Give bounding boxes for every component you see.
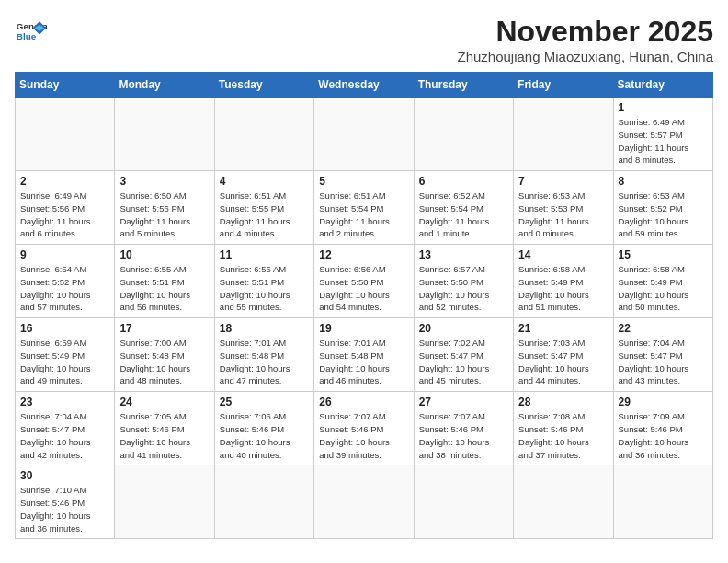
- day-info: Sunrise: 6:56 AM Sunset: 5:51 PM Dayligh…: [220, 263, 309, 314]
- day-cell: [16, 98, 115, 171]
- day-info: Sunrise: 6:51 AM Sunset: 5:55 PM Dayligh…: [220, 190, 309, 240]
- day-number: 11: [220, 248, 309, 261]
- day-info: Sunrise: 7:04 AM Sunset: 5:47 PM Dayligh…: [20, 410, 109, 461]
- day-info: Sunrise: 6:53 AM Sunset: 5:53 PM Dayligh…: [518, 190, 608, 240]
- day-info: Sunrise: 6:58 AM Sunset: 5:49 PM Dayligh…: [518, 263, 608, 314]
- day-info: Sunrise: 6:49 AM Sunset: 5:56 PM Dayligh…: [20, 190, 109, 240]
- weekday-header-monday: Monday: [115, 73, 214, 98]
- day-cell: 16Sunrise: 6:59 AM Sunset: 5:49 PM Dayli…: [16, 318, 115, 392]
- day-cell: 30Sunrise: 7:10 AM Sunset: 5:46 PM Dayli…: [16, 465, 115, 539]
- day-cell: [514, 465, 613, 539]
- day-cell: 20Sunrise: 7:02 AM Sunset: 5:47 PM Dayli…: [414, 318, 513, 392]
- day-cell: 21Sunrise: 7:03 AM Sunset: 5:47 PM Dayli…: [514, 318, 613, 392]
- day-cell: 4Sunrise: 6:51 AM Sunset: 5:55 PM Daylig…: [214, 171, 313, 245]
- day-number: 13: [419, 248, 508, 261]
- day-info: Sunrise: 7:09 AM Sunset: 5:46 PM Dayligh…: [619, 410, 708, 461]
- week-row-2: 9Sunrise: 6:54 AM Sunset: 5:52 PM Daylig…: [16, 245, 713, 318]
- day-cell: [414, 465, 513, 539]
- day-number: 17: [119, 322, 209, 335]
- day-number: 1: [619, 101, 708, 114]
- day-info: Sunrise: 7:07 AM Sunset: 5:46 PM Dayligh…: [319, 410, 408, 461]
- day-cell: 14Sunrise: 6:58 AM Sunset: 5:49 PM Dayli…: [514, 245, 613, 318]
- day-cell: [115, 98, 214, 171]
- week-row-4: 23Sunrise: 7:04 AM Sunset: 5:47 PM Dayli…: [16, 392, 713, 465]
- month-title: November 2025: [457, 15, 713, 49]
- day-cell: 8Sunrise: 6:53 AM Sunset: 5:52 PM Daylig…: [613, 171, 712, 245]
- weekday-header-sunday: Sunday: [16, 73, 115, 98]
- day-info: Sunrise: 6:59 AM Sunset: 5:49 PM Dayligh…: [20, 337, 109, 387]
- day-cell: [115, 465, 214, 539]
- day-info: Sunrise: 6:53 AM Sunset: 5:52 PM Dayligh…: [619, 190, 708, 240]
- day-info: Sunrise: 7:10 AM Sunset: 5:46 PM Dayligh…: [20, 484, 109, 534]
- day-number: 18: [220, 322, 309, 335]
- day-cell: 1Sunrise: 6:49 AM Sunset: 5:57 PM Daylig…: [613, 98, 712, 171]
- day-number: 16: [20, 322, 109, 335]
- location: Zhuzhoujiang Miaozuxiang, Hunan, China: [457, 49, 713, 64]
- day-cell: 27Sunrise: 7:07 AM Sunset: 5:46 PM Dayli…: [414, 392, 513, 465]
- day-number: 24: [119, 396, 209, 408]
- day-cell: 2Sunrise: 6:49 AM Sunset: 5:56 PM Daylig…: [16, 171, 115, 245]
- day-cell: 6Sunrise: 6:52 AM Sunset: 5:54 PM Daylig…: [414, 171, 513, 245]
- day-info: Sunrise: 6:51 AM Sunset: 5:54 PM Dayligh…: [319, 190, 408, 240]
- day-number: 20: [419, 322, 508, 335]
- day-info: Sunrise: 7:01 AM Sunset: 5:48 PM Dayligh…: [220, 337, 309, 387]
- day-number: 27: [419, 396, 508, 408]
- weekday-header-friday: Friday: [514, 73, 613, 98]
- week-row-0: 1Sunrise: 6:49 AM Sunset: 5:57 PM Daylig…: [16, 98, 713, 171]
- day-cell: 29Sunrise: 7:09 AM Sunset: 5:46 PM Dayli…: [613, 392, 712, 465]
- day-info: Sunrise: 6:58 AM Sunset: 5:49 PM Dayligh…: [619, 263, 708, 314]
- day-info: Sunrise: 6:55 AM Sunset: 5:51 PM Dayligh…: [119, 263, 209, 314]
- day-info: Sunrise: 7:01 AM Sunset: 5:48 PM Dayligh…: [319, 337, 408, 387]
- week-row-3: 16Sunrise: 6:59 AM Sunset: 5:49 PM Dayli…: [16, 318, 713, 392]
- week-row-5: 30Sunrise: 7:10 AM Sunset: 5:46 PM Dayli…: [16, 465, 713, 539]
- day-cell: [414, 98, 513, 171]
- weekday-header-thursday: Thursday: [414, 73, 513, 98]
- day-number: 19: [319, 322, 408, 335]
- day-number: 7: [518, 175, 608, 188]
- day-cell: 13Sunrise: 6:57 AM Sunset: 5:50 PM Dayli…: [414, 245, 513, 318]
- day-number: 10: [119, 248, 209, 261]
- weekday-header-row: SundayMondayTuesdayWednesdayThursdayFrid…: [16, 73, 713, 98]
- day-cell: [514, 98, 613, 171]
- day-cell: 28Sunrise: 7:08 AM Sunset: 5:46 PM Dayli…: [514, 392, 613, 465]
- day-info: Sunrise: 7:03 AM Sunset: 5:47 PM Dayligh…: [518, 337, 608, 387]
- day-number: 12: [319, 248, 408, 261]
- day-info: Sunrise: 6:54 AM Sunset: 5:52 PM Dayligh…: [20, 263, 109, 314]
- day-cell: 18Sunrise: 7:01 AM Sunset: 5:48 PM Dayli…: [214, 318, 313, 392]
- day-info: Sunrise: 6:49 AM Sunset: 5:57 PM Dayligh…: [619, 116, 708, 167]
- day-cell: [214, 465, 313, 539]
- day-number: 23: [20, 396, 109, 408]
- weekday-header-tuesday: Tuesday: [214, 73, 313, 98]
- day-cell: 12Sunrise: 6:56 AM Sunset: 5:50 PM Dayli…: [314, 245, 414, 318]
- day-cell: 19Sunrise: 7:01 AM Sunset: 5:48 PM Dayli…: [314, 318, 414, 392]
- day-cell: [314, 98, 414, 171]
- day-number: 26: [319, 396, 408, 408]
- day-number: 29: [619, 396, 708, 408]
- day-cell: 9Sunrise: 6:54 AM Sunset: 5:52 PM Daylig…: [16, 245, 115, 318]
- weekday-header-saturday: Saturday: [613, 73, 712, 98]
- day-number: 14: [518, 248, 608, 261]
- day-number: 5: [319, 175, 408, 188]
- day-cell: [214, 98, 313, 171]
- logo: General Blue: [15, 15, 48, 48]
- day-cell: 10Sunrise: 6:55 AM Sunset: 5:51 PM Dayli…: [115, 245, 214, 318]
- day-info: Sunrise: 6:56 AM Sunset: 5:50 PM Dayligh…: [319, 263, 408, 314]
- day-cell: 23Sunrise: 7:04 AM Sunset: 5:47 PM Dayli…: [16, 392, 115, 465]
- day-number: 21: [518, 322, 608, 335]
- day-cell: 15Sunrise: 6:58 AM Sunset: 5:49 PM Dayli…: [613, 245, 712, 318]
- day-cell: [314, 465, 414, 539]
- day-cell: 7Sunrise: 6:53 AM Sunset: 5:53 PM Daylig…: [514, 171, 613, 245]
- day-number: 2: [20, 175, 109, 188]
- page-header: General Blue November 2025 Zhuzhoujiang …: [15, 15, 713, 64]
- logo-icon: General Blue: [15, 15, 48, 48]
- day-info: Sunrise: 7:04 AM Sunset: 5:47 PM Dayligh…: [619, 337, 708, 387]
- day-number: 4: [220, 175, 309, 188]
- day-cell: 26Sunrise: 7:07 AM Sunset: 5:46 PM Dayli…: [314, 392, 414, 465]
- day-number: 3: [119, 175, 209, 188]
- day-info: Sunrise: 7:06 AM Sunset: 5:46 PM Dayligh…: [220, 410, 309, 461]
- week-row-1: 2Sunrise: 6:49 AM Sunset: 5:56 PM Daylig…: [16, 171, 713, 245]
- day-info: Sunrise: 6:52 AM Sunset: 5:54 PM Dayligh…: [419, 190, 508, 240]
- day-info: Sunrise: 7:05 AM Sunset: 5:46 PM Dayligh…: [119, 410, 209, 461]
- day-info: Sunrise: 6:57 AM Sunset: 5:50 PM Dayligh…: [419, 263, 508, 314]
- day-number: 30: [20, 469, 109, 482]
